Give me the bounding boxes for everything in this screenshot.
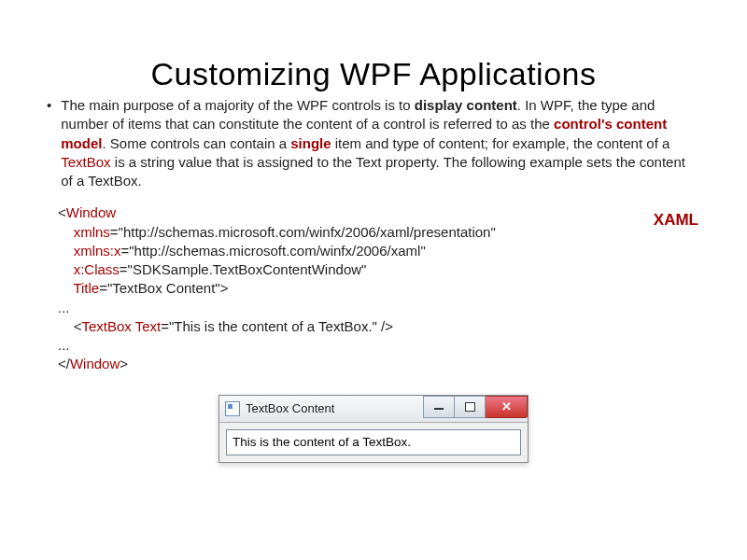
emphasis: TextBox — [61, 154, 110, 170]
code: x:Class — [58, 261, 120, 277]
code: ="TextBox Content"> — [99, 280, 228, 296]
code: > — [120, 356, 128, 371]
code: Window — [70, 356, 120, 371]
xaml-code-block: <Window xmlns="http://schemas.microsoft.… — [58, 203, 700, 373]
window-buttons: ✕ — [423, 396, 528, 422]
code: TextBox — [81, 318, 131, 334]
code: < — [58, 318, 81, 334]
window-title: TextBox Content — [246, 401, 423, 415]
maximize-button[interactable] — [455, 396, 486, 418]
close-icon: ✕ — [501, 400, 512, 413]
textbox-field[interactable]: This is the content of a TextBox. — [226, 429, 521, 455]
emphasis: single — [290, 135, 331, 151]
bullet-dot: • — [47, 96, 51, 115]
code: < — [58, 204, 66, 220]
window-body: This is the content of a TextBox. — [219, 423, 528, 462]
text: is a string value that is assigned to th… — [61, 154, 685, 189]
code: ="http://schemas.microsoft.com/winfx/200… — [121, 243, 426, 259]
minimize-button[interactable] — [423, 396, 455, 418]
bullet-item: • The main purpose of a majority of the … — [47, 96, 700, 190]
code: Title — [58, 280, 99, 296]
emphasis: display content — [415, 97, 517, 113]
minimize-icon — [434, 408, 444, 410]
code: ... — [58, 337, 70, 353]
text: The main purpose of a majority of the WP… — [61, 97, 415, 113]
maximize-icon — [465, 402, 475, 412]
code: ="SDKSample.TextBoxContentWindow" — [120, 261, 367, 277]
window-icon — [225, 401, 240, 416]
code: ... — [58, 300, 70, 315]
code: Text — [132, 318, 161, 334]
code: ="This is the content of a TextBox." /> — [161, 318, 393, 334]
code: Window — [66, 204, 116, 220]
code: xmlns — [58, 224, 110, 240]
example-window: TextBox Content ✕ This is the content of… — [218, 395, 529, 463]
page-title: Customizing WPF Applications — [47, 56, 700, 92]
text: . Some controls can contain a — [102, 135, 290, 151]
xaml-language-label: XAML — [654, 211, 698, 230]
paragraph: The main purpose of a majority of the WP… — [61, 96, 700, 190]
text: item and type of content; for example, t… — [331, 135, 670, 151]
close-button[interactable]: ✕ — [486, 396, 528, 418]
code: ="http://schemas.microsoft.com/winfx/200… — [110, 224, 496, 240]
titlebar: TextBox Content ✕ — [219, 396, 528, 423]
code: </ — [58, 356, 70, 371]
code: xmlns:x — [58, 243, 121, 259]
